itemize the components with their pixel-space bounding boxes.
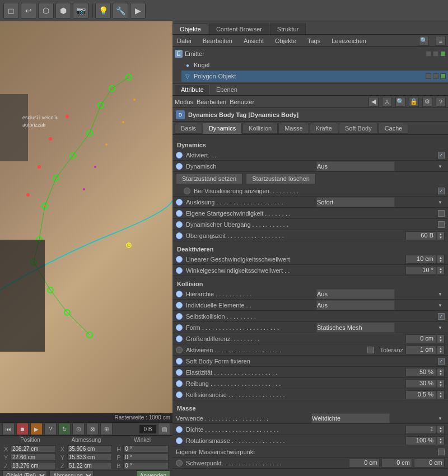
obj-emitter[interactable]: E Emitter	[172, 48, 448, 59]
linear-radio[interactable]	[176, 256, 183, 263]
elastizitaet-stepper-btn[interactable]: ▲ ▼	[437, 368, 445, 377]
subtab-kollision[interactable]: Kollision	[242, 123, 278, 134]
abm-z-value[interactable]: 51.22 cm	[67, 462, 113, 469]
subtab-dynamics[interactable]: Dynamics	[203, 123, 242, 134]
bei-visualisierung-radio[interactable]	[184, 188, 190, 194]
bei-visualisierung-check[interactable]: ✓	[438, 188, 445, 194]
ausloesung-radio[interactable]	[176, 199, 183, 206]
verwende-select[interactable]: Weltdichte Benutzerdefiniert	[311, 413, 390, 423]
eigener-schwerpunkt-check[interactable]	[438, 449, 445, 455]
kollisionsnoise-stepper-btn[interactable]: ▲ ▼	[437, 390, 445, 399]
pos-z-value[interactable]: 18.276 cm	[11, 462, 56, 469]
winkel-z-value[interactable]: 0 °	[123, 462, 169, 469]
anim3-button[interactable]: ⊞	[100, 423, 113, 435]
tab-content-browser[interactable]: Content Browser	[209, 24, 269, 34]
uebergangszeit-value[interactable]: 60 B	[405, 231, 436, 240]
toleranz-value[interactable]: 1 cm	[405, 346, 436, 354]
menu-objekte[interactable]: Objekte	[273, 38, 298, 44]
pos-y-value[interactable]: 22.66 cm	[11, 454, 56, 461]
eigene-check[interactable]	[438, 210, 445, 217]
schwerpunkt-radio[interactable]	[176, 460, 183, 466]
rotationsmasse-stepper-btn[interactable]: ▲ ▼	[437, 436, 445, 445]
search-icon[interactable]: 🔍	[419, 36, 429, 46]
rotationsmasse-radio[interactable]	[176, 437, 183, 444]
nav-back-icon[interactable]: ◀	[368, 97, 379, 107]
winkel-radio[interactable]	[176, 267, 183, 274]
aktiviert-check[interactable]: ✓	[438, 152, 445, 158]
winkel-value[interactable]: 10 °	[405, 266, 436, 275]
rotationsmasse-value[interactable]: 100 %	[405, 436, 436, 445]
elastizitaet-value[interactable]: 50 %	[405, 368, 436, 377]
soft-body-form-check[interactable]: ✓	[438, 358, 445, 365]
linear-stepper-btn[interactable]: ▲ ▼	[437, 255, 445, 264]
go-button[interactable]: ↻	[58, 423, 71, 435]
apply-button[interactable]: Anwenden	[136, 470, 170, 476]
dichte-radio[interactable]	[176, 426, 183, 433]
reibung-value[interactable]: 30 %	[405, 379, 436, 388]
filter-icon[interactable]: ≡	[436, 36, 446, 46]
winkel-x-value[interactable]: 0 °	[123, 445, 169, 452]
groessen-value[interactable]: 0 cm	[405, 334, 436, 343]
kollisionsnoise-value[interactable]: 0.5 %	[405, 390, 436, 399]
viewport[interactable]: esclusi i veicoliu autorizzati	[0, 21, 172, 413]
coord-system-select[interactable]: Objekt (Rel)	[2, 470, 47, 476]
individuelle-select[interactable]: Aus Ein	[316, 300, 395, 310]
menu-ansicht[interactable]: Ansicht	[241, 38, 266, 44]
record-button[interactable]: ⏺	[16, 423, 29, 435]
tab-attribute[interactable]: Attribute	[175, 85, 210, 95]
tab-ebenen[interactable]: Ebenen	[210, 85, 244, 95]
play-button[interactable]: ▶	[30, 423, 43, 435]
startzustand-loeschen-button[interactable]: Startzustand löschen	[246, 173, 316, 184]
schwerpunkt-x[interactable]: 0 cm	[349, 459, 380, 468]
selbst-check[interactable]: ✓	[438, 313, 445, 320]
dynamisch-select[interactable]: Aus Ein	[316, 161, 395, 171]
dichte-stepper-btn[interactable]: ▲ ▼	[437, 425, 445, 434]
obj-kugel[interactable]: ● Kugel	[181, 59, 448, 71]
schwerpunkt-z[interactable]: 0 cm	[414, 459, 445, 468]
nav-fwd-icon[interactable]: A	[382, 97, 392, 107]
abm-x-value[interactable]: 35.906 cm	[67, 445, 113, 452]
hierarchie-radio[interactable]	[176, 291, 183, 297]
dynamisch-radio[interactable]	[176, 163, 183, 170]
obj-polygon[interactable]: ▽ Polygon-Objekt	[181, 71, 448, 82]
subtab-soft-body[interactable]: Soft Body	[339, 123, 378, 134]
selbst-radio[interactable]	[176, 313, 183, 320]
menu-bearbeiten[interactable]: Bearbeiten	[200, 38, 235, 44]
pos-x-value[interactable]: 208.27 cm	[11, 445, 56, 452]
subtab-cache[interactable]: Cache	[379, 123, 409, 134]
aktivieren-radio[interactable]	[176, 347, 183, 353]
tool-icon[interactable]: 🔧	[113, 3, 128, 18]
abm-y-value[interactable]: 15.833 cm	[67, 454, 113, 461]
info-button[interactable]: ?	[44, 423, 57, 435]
groessen-radio[interactable]	[176, 335, 183, 342]
groessen-stepper-btn[interactable]: ▲ ▼	[437, 334, 445, 343]
dynamischer-check[interactable]	[438, 221, 445, 228]
reibung-stepper-btn[interactable]: ▲ ▼	[437, 379, 445, 388]
individuelle-radio[interactable]	[176, 302, 183, 309]
light-icon[interactable]: 💡	[95, 3, 111, 18]
schwerpunkt-y[interactable]: 0 cm	[381, 459, 412, 468]
anim-button[interactable]: ⊡	[72, 423, 85, 435]
subtab-kraefte[interactable]: Kräfte	[310, 123, 338, 134]
ausloesung-select[interactable]: Sofort Bei Kollision Manuell	[316, 197, 395, 207]
attr-menu-modus[interactable]: Modus	[175, 99, 193, 105]
kollisionsnoise-radio[interactable]	[176, 391, 183, 398]
object-icon[interactable]: ⬡	[38, 3, 54, 18]
undo-icon[interactable]: ↩	[21, 3, 36, 18]
menu-lesezeichen[interactable]: Lesezeichen	[329, 38, 368, 44]
winkel-y-value[interactable]: 0 °	[123, 454, 169, 461]
expand-button[interactable]: ▤	[158, 423, 170, 435]
linear-value[interactable]: 10 cm	[405, 255, 436, 264]
aktiviert-radio[interactable]	[176, 152, 183, 158]
subtab-masse[interactable]: Masse	[278, 123, 309, 134]
aktivieren-check[interactable]	[367, 347, 374, 353]
anim2-button[interactable]: ⊠	[86, 423, 99, 435]
dichte-value[interactable]: 1	[405, 425, 436, 434]
uebergangszeit-stepper-btn[interactable]: ▲ ▼	[437, 231, 445, 240]
attr-help-icon[interactable]: ?	[436, 97, 446, 107]
menu-datei[interactable]: Datei	[175, 38, 194, 44]
play-back-button[interactable]: ⏮	[2, 423, 15, 435]
subtab-basis[interactable]: Basis	[175, 123, 202, 134]
toleranz-stepper-btn[interactable]: ▲ ▼	[437, 346, 445, 354]
new-icon[interactable]: ◻	[3, 3, 19, 18]
